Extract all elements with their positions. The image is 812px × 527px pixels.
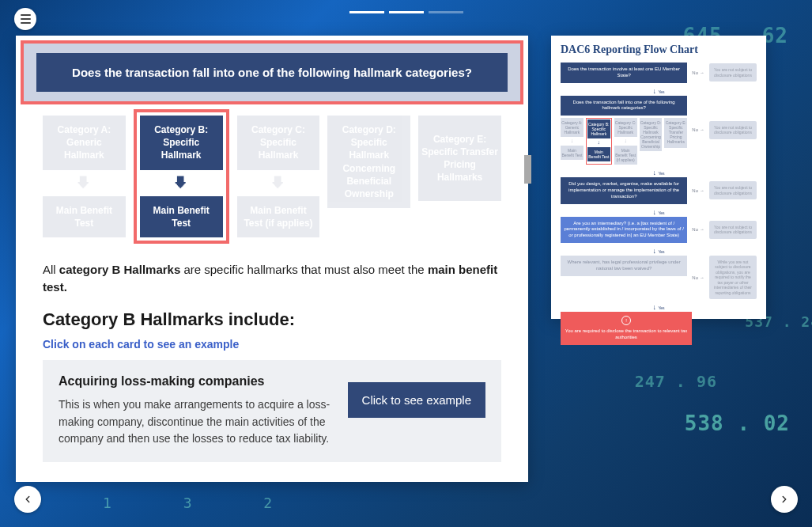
example-text: This is when you make arrangements to ac… — [59, 396, 332, 448]
flowchart-thumbnail[interactable]: DAC6 Reporting Flow Chart Does the trans… — [551, 36, 766, 319]
flowchart-title: DAC6 Reporting Flow Chart — [561, 44, 757, 56]
see-example-button[interactable]: Click to see example — [348, 382, 485, 418]
category-d[interactable]: Category D: Specific Hallmark Concerning… — [327, 116, 410, 208]
body-paragraph: All category B Hallmarks are specific ha… — [16, 248, 528, 303]
progress-seg-3 — [429, 11, 463, 13]
menu-button[interactable] — [14, 8, 36, 30]
category-a[interactable]: Category A: Generic Hallmark 🡇 Main Bene… — [43, 116, 126, 237]
alert-icon: ! — [621, 316, 631, 325]
chevron-right-icon — [779, 494, 790, 505]
category-b-selected[interactable]: Category B: Specific Hallmark 🡇 Main Ben… — [134, 109, 229, 244]
hint-text: Click on each card to see an example — [16, 338, 528, 360]
progress-bar — [349, 11, 463, 13]
arrow-down-icon: 🡇 — [43, 175, 126, 191]
prev-button[interactable] — [14, 486, 41, 513]
example-title: Acquiring loss-making companies — [59, 374, 332, 389]
example-card: Acquiring loss-making companies This is … — [43, 360, 501, 462]
progress-seg-2 — [389, 11, 424, 13]
arrow-down-icon: 🡇 — [140, 175, 223, 191]
category-row: Category A: Generic Hallmark 🡇 Main Bene… — [16, 104, 528, 248]
category-c[interactable]: Category C: Specific Hallmark 🡇 Main Ben… — [237, 116, 320, 237]
main-content-panel: Does the transaction fall into one of th… — [16, 36, 528, 482]
question-highlight: Does the transaction fall into one of th… — [21, 40, 523, 104]
progress-seg-1 — [349, 11, 384, 13]
question-text: Does the transaction fall into one of th… — [36, 53, 508, 92]
category-e[interactable]: Category E: Specific Transfer Pricing Ha… — [418, 116, 501, 201]
arrow-down-icon: 🡇 — [237, 175, 320, 191]
section-heading: Category B Hallmarks include: — [16, 303, 528, 338]
chevron-left-icon — [22, 494, 33, 505]
next-button[interactable] — [771, 486, 798, 513]
scrollbar-handle[interactable] — [524, 155, 531, 184]
